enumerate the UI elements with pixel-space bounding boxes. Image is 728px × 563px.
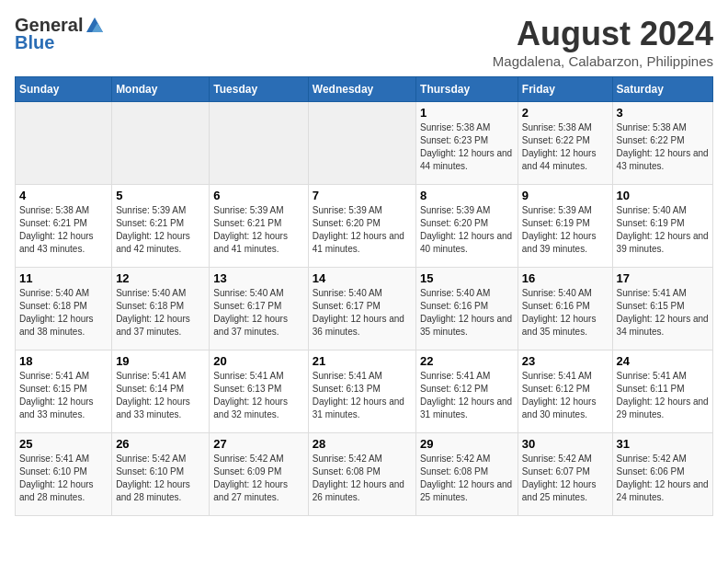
calendar-cell: 9Sunrise: 5:39 AMSunset: 6:19 PMDaylight… (518, 185, 612, 268)
logo: General Blue (15, 15, 105, 53)
day-info: Sunrise: 5:40 AMSunset: 6:18 PMDaylight:… (19, 287, 108, 339)
day-info: Sunrise: 5:40 AMSunset: 6:17 PMDaylight:… (213, 287, 303, 339)
calendar-cell: 1Sunrise: 5:38 AMSunset: 6:23 PMDaylight… (416, 102, 518, 185)
calendar-cell: 8Sunrise: 5:39 AMSunset: 6:20 PMDaylight… (416, 185, 518, 268)
col-tuesday: Tuesday (210, 77, 308, 102)
day-number: 12 (116, 271, 205, 285)
calendar-cell: 23Sunrise: 5:41 AMSunset: 6:12 PMDayligh… (518, 350, 612, 433)
day-number: 19 (116, 354, 205, 368)
day-number: 8 (420, 189, 514, 202)
calendar-cell (16, 102, 112, 185)
day-info: Sunrise: 5:41 AMSunset: 6:12 PMDaylight:… (420, 370, 514, 421)
day-info: Sunrise: 5:39 AMSunset: 6:21 PMDaylight:… (213, 204, 303, 256)
title-section: August 2024 Magdalena, Calabarzon, Phili… (493, 15, 713, 69)
day-number: 30 (522, 437, 609, 451)
day-number: 21 (313, 354, 412, 368)
calendar-cell: 27Sunrise: 5:42 AMSunset: 6:09 PMDayligh… (210, 433, 308, 516)
day-number: 1 (420, 106, 514, 120)
day-info: Sunrise: 5:42 AMSunset: 6:10 PMDaylight:… (116, 453, 205, 504)
day-info: Sunrise: 5:40 AMSunset: 6:16 PMDaylight:… (522, 287, 609, 339)
day-number: 20 (213, 354, 303, 368)
day-number: 10 (617, 189, 709, 202)
day-info: Sunrise: 5:41 AMSunset: 6:13 PMDaylight:… (313, 370, 412, 421)
subtitle: Magdalena, Calabarzon, Philippines (493, 53, 713, 69)
calendar-cell: 14Sunrise: 5:40 AMSunset: 6:17 PMDayligh… (308, 268, 415, 350)
calendar-cell: 6Sunrise: 5:39 AMSunset: 6:21 PMDaylight… (210, 185, 308, 268)
day-number: 9 (522, 189, 609, 202)
calendar-cell: 30Sunrise: 5:42 AMSunset: 6:07 PMDayligh… (518, 433, 612, 516)
calendar-cell: 4Sunrise: 5:38 AMSunset: 6:21 PMDaylight… (16, 185, 112, 268)
day-number: 29 (420, 437, 514, 451)
calendar-cell: 11Sunrise: 5:40 AMSunset: 6:18 PMDayligh… (16, 268, 112, 350)
day-number: 22 (420, 354, 514, 368)
calendar-cell: 15Sunrise: 5:40 AMSunset: 6:16 PMDayligh… (416, 268, 518, 350)
day-number: 2 (522, 106, 609, 120)
calendar-header-row: Sunday Monday Tuesday Wednesday Thursday… (16, 77, 713, 102)
day-info: Sunrise: 5:40 AMSunset: 6:19 PMDaylight:… (617, 204, 709, 256)
calendar-cell: 19Sunrise: 5:41 AMSunset: 6:14 PMDayligh… (112, 350, 210, 433)
calendar-cell: 2Sunrise: 5:38 AMSunset: 6:22 PMDaylight… (518, 102, 612, 185)
day-info: Sunrise: 5:42 AMSunset: 6:08 PMDaylight:… (420, 453, 514, 504)
calendar-cell: 25Sunrise: 5:41 AMSunset: 6:10 PMDayligh… (16, 433, 112, 516)
day-number: 31 (617, 437, 709, 451)
col-monday: Monday (112, 77, 210, 102)
col-sunday: Sunday (16, 77, 112, 102)
calendar-cell: 22Sunrise: 5:41 AMSunset: 6:12 PMDayligh… (416, 350, 518, 433)
day-info: Sunrise: 5:41 AMSunset: 6:14 PMDaylight:… (116, 370, 205, 421)
calendar-cell: 31Sunrise: 5:42 AMSunset: 6:06 PMDayligh… (612, 433, 712, 516)
calendar-cell (308, 102, 415, 185)
day-info: Sunrise: 5:41 AMSunset: 6:10 PMDaylight:… (19, 453, 108, 504)
calendar-week-row-2: 4Sunrise: 5:38 AMSunset: 6:21 PMDaylight… (16, 185, 713, 268)
day-info: Sunrise: 5:42 AMSunset: 6:06 PMDaylight:… (617, 453, 709, 504)
header: General Blue August 2024 Magdalena, Cala… (15, 15, 713, 69)
calendar-week-row-3: 11Sunrise: 5:40 AMSunset: 6:18 PMDayligh… (16, 268, 713, 350)
calendar-cell: 29Sunrise: 5:42 AMSunset: 6:08 PMDayligh… (416, 433, 518, 516)
day-info: Sunrise: 5:40 AMSunset: 6:17 PMDaylight:… (313, 287, 412, 339)
day-number: 3 (617, 106, 709, 120)
day-number: 15 (420, 271, 514, 285)
calendar-cell: 24Sunrise: 5:41 AMSunset: 6:11 PMDayligh… (612, 350, 712, 433)
day-number: 16 (522, 271, 609, 285)
day-info: Sunrise: 5:39 AMSunset: 6:21 PMDaylight:… (116, 204, 205, 256)
calendar-cell: 26Sunrise: 5:42 AMSunset: 6:10 PMDayligh… (112, 433, 210, 516)
col-thursday: Thursday (416, 77, 518, 102)
calendar-cell: 12Sunrise: 5:40 AMSunset: 6:18 PMDayligh… (112, 268, 210, 350)
col-wednesday: Wednesday (308, 77, 415, 102)
day-number: 27 (213, 437, 303, 451)
day-info: Sunrise: 5:41 AMSunset: 6:12 PMDaylight:… (522, 370, 609, 421)
col-friday: Friday (518, 77, 612, 102)
day-number: 28 (313, 437, 412, 451)
calendar-cell: 13Sunrise: 5:40 AMSunset: 6:17 PMDayligh… (210, 268, 308, 350)
day-number: 26 (116, 437, 205, 451)
page-container: General Blue August 2024 Magdalena, Cala… (15, 15, 713, 516)
day-info: Sunrise: 5:42 AMSunset: 6:07 PMDaylight:… (522, 453, 609, 504)
calendar-cell: 5Sunrise: 5:39 AMSunset: 6:21 PMDaylight… (112, 185, 210, 268)
day-info: Sunrise: 5:38 AMSunset: 6:21 PMDaylight:… (19, 204, 108, 256)
day-info: Sunrise: 5:41 AMSunset: 6:11 PMDaylight:… (617, 370, 709, 421)
day-number: 5 (116, 189, 205, 202)
day-info: Sunrise: 5:39 AMSunset: 6:19 PMDaylight:… (522, 204, 609, 256)
day-number: 24 (617, 354, 709, 368)
calendar-table: Sunday Monday Tuesday Wednesday Thursday… (15, 76, 713, 516)
day-info: Sunrise: 5:38 AMSunset: 6:23 PMDaylight:… (420, 121, 514, 173)
calendar-week-row-1: 1Sunrise: 5:38 AMSunset: 6:23 PMDaylight… (16, 102, 713, 185)
day-number: 7 (313, 189, 412, 202)
calendar-cell (112, 102, 210, 185)
calendar-cell: 20Sunrise: 5:41 AMSunset: 6:13 PMDayligh… (210, 350, 308, 433)
day-number: 11 (19, 271, 108, 285)
day-info: Sunrise: 5:39 AMSunset: 6:20 PMDaylight:… (420, 204, 514, 256)
day-number: 4 (19, 189, 108, 202)
calendar-cell: 10Sunrise: 5:40 AMSunset: 6:19 PMDayligh… (612, 185, 712, 268)
calendar-cell: 16Sunrise: 5:40 AMSunset: 6:16 PMDayligh… (518, 268, 612, 350)
calendar-cell: 7Sunrise: 5:39 AMSunset: 6:20 PMDaylight… (308, 185, 415, 268)
day-number: 17 (617, 271, 709, 285)
calendar-week-row-5: 25Sunrise: 5:41 AMSunset: 6:10 PMDayligh… (16, 433, 713, 516)
calendar-cell (210, 102, 308, 185)
day-number: 13 (213, 271, 303, 285)
day-info: Sunrise: 5:40 AMSunset: 6:16 PMDaylight:… (420, 287, 514, 339)
main-title: August 2024 (493, 15, 713, 53)
day-info: Sunrise: 5:40 AMSunset: 6:18 PMDaylight:… (116, 287, 205, 339)
day-number: 6 (213, 189, 303, 202)
calendar-cell: 3Sunrise: 5:38 AMSunset: 6:22 PMDaylight… (612, 102, 712, 185)
day-info: Sunrise: 5:39 AMSunset: 6:20 PMDaylight:… (313, 204, 412, 256)
